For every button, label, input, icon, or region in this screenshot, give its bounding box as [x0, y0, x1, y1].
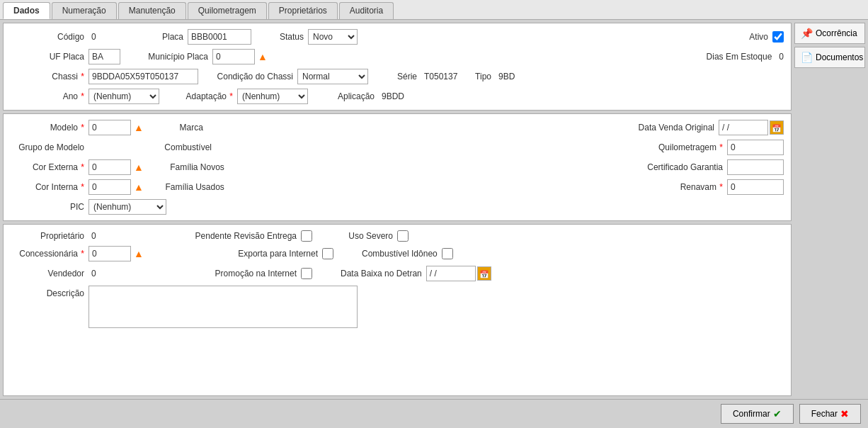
ocorrencia-label: Ocorrência — [816, 28, 857, 38]
ano-select[interactable]: (Nenhum)20202021202220232024 — [88, 89, 159, 104]
renavam-input[interactable] — [727, 179, 784, 195]
vendedor-value: 0 — [88, 269, 195, 278]
data-baixa-calendar-icon[interactable]: 📅 — [477, 266, 491, 281]
status-select[interactable]: NovoUsadoDemonstração — [308, 29, 358, 45]
serie-value: T050137 — [421, 72, 471, 81]
municipio-placa-arrow[interactable]: ▲ — [258, 51, 268, 62]
vendedor-label: Vendedor — [11, 269, 88, 278]
ano-required: * — [81, 91, 84, 101]
cor-interna-label: Cor Interna * — [11, 182, 88, 192]
familia-novos-label: Família Novos — [165, 162, 229, 172]
pendente-revisao-checkbox[interactable] — [301, 230, 312, 242]
tabs-bar: Dados Numeração Manutenção Quilometragem… — [0, 0, 868, 20]
tab-quilometragem[interactable]: Quilometragem — [188, 2, 267, 19]
data-baixa-detran-input[interactable] — [426, 266, 476, 281]
ano-label: Ano * — [11, 91, 88, 101]
pin-icon: 📌 — [801, 28, 813, 39]
dias-estoque-label: Dias Em Estoque — [698, 52, 776, 62]
concessionaria-input[interactable] — [88, 246, 131, 261]
condicao-chassi-label: Condição do Chassi — [212, 72, 297, 81]
modelo-arrow[interactable]: ▲ — [134, 122, 144, 133]
adaptacao-select[interactable]: (Nenhum)SimNão — [237, 89, 308, 104]
modelo-input[interactable] — [88, 120, 131, 135]
modelo-label: Modelo * — [11, 123, 88, 133]
content-area: Código 0 Placa Status NovoUsadoDemonstra… — [0, 20, 868, 399]
promocao-internet-checkbox[interactable] — [301, 268, 312, 279]
right-panel: 📌 Ocorrência 📄 Documentos — [794, 23, 865, 396]
bottom-bar: Confirmar ✔ Fechar ✖ — [0, 399, 868, 428]
certificado-garantia-input[interactable] — [727, 159, 784, 175]
promocao-internet-label: Promoção na Internet — [195, 269, 301, 278]
tab-manutencao[interactable]: Manutenção — [118, 2, 186, 19]
data-baixa-detran-label: Data Baixa no Detran — [341, 269, 426, 278]
tipo-label: Tipo — [471, 72, 496, 81]
section-proprietario: Proprietário 0 Pendente Revisão Entrega … — [3, 224, 792, 396]
quilometragem-label: Quilometragem * — [649, 142, 727, 152]
uso-severo-label: Uso Severo — [341, 231, 397, 241]
close-x-icon: ✖ — [840, 408, 849, 419]
concessionaria-label: Concessionária * — [11, 249, 88, 259]
descricao-label: Descrição — [11, 286, 88, 298]
form-panel: Código 0 Placa Status NovoUsadoDemonstra… — [3, 23, 792, 396]
pic-select[interactable]: (Nenhum)Opção 1Opção 2 — [88, 199, 166, 215]
quilometragem-input[interactable] — [727, 140, 784, 155]
tipo-value: 9BD — [496, 72, 515, 81]
proprietario-label: Proprietário — [11, 231, 88, 241]
municipio-placa-input[interactable] — [212, 49, 255, 64]
placa-label: Placa — [145, 32, 188, 42]
tab-proprietarios[interactable]: Proprietários — [268, 2, 338, 19]
confirmar-label: Confirmar — [733, 409, 770, 419]
marca-label: Marca — [165, 123, 207, 133]
exporta-internet-label: Exporta para Internet — [216, 249, 322, 259]
placa-input[interactable] — [188, 29, 251, 45]
fechar-label: Fechar — [811, 409, 838, 419]
aplicacao-label: Aplicação — [329, 91, 379, 101]
cor-interna-input[interactable] — [88, 179, 131, 195]
confirmar-button[interactable]: Confirmar ✔ — [721, 404, 794, 424]
fechar-button[interactable]: Fechar ✖ — [799, 404, 861, 424]
tab-numeracao[interactable]: Numeração — [52, 2, 117, 19]
data-venda-label: Data Venda Original — [634, 123, 719, 133]
adaptacao-label: Adaptação * — [181, 91, 237, 101]
data-venda-calendar-icon[interactable]: 📅 — [770, 120, 784, 135]
adaptacao-required: * — [229, 91, 233, 101]
data-venda-input[interactable] — [719, 120, 768, 135]
section-modelo: Modelo * ▲ Marca Data Venda Original 📅 — [3, 113, 792, 221]
concessionaria-arrow[interactable]: ▲ — [134, 248, 144, 259]
cor-externa-arrow[interactable]: ▲ — [134, 162, 144, 173]
certificado-garantia-label: Certificado Garantia — [635, 162, 727, 172]
cor-externa-input[interactable] — [88, 159, 131, 175]
documentos-button[interactable]: 📄 Documentos — [794, 47, 865, 68]
renavam-label: Renavam * — [670, 182, 727, 192]
ocorrencia-button[interactable]: 📌 Ocorrência — [794, 23, 865, 44]
cor-interna-arrow[interactable]: ▲ — [134, 181, 144, 193]
familia-usados-label: Família Usados — [165, 182, 229, 192]
codigo-value: 0 — [88, 32, 145, 42]
aplicacao-value: 9BDD — [379, 91, 404, 101]
tab-auditoria[interactable]: Auditoria — [339, 2, 394, 19]
chassi-label: Chassi * — [11, 72, 88, 81]
confirm-check-icon: ✔ — [773, 408, 782, 419]
exporta-internet-checkbox[interactable] — [322, 248, 333, 259]
descricao-textarea[interactable] — [88, 286, 358, 328]
condicao-chassi-select[interactable]: NormalRemarcadoAdulterado — [297, 69, 368, 84]
uso-severo-checkbox[interactable] — [397, 230, 409, 242]
documentos-label: Documentos — [816, 52, 863, 62]
section-dados: Código 0 Placa Status NovoUsadoDemonstra… — [3, 23, 792, 111]
uf-placa-input[interactable] — [88, 49, 120, 64]
chassi-input[interactable] — [88, 69, 198, 84]
combustivel-label: Combustível — [159, 142, 216, 152]
pic-label: PIC — [11, 202, 88, 212]
grupo-modelo-label: Grupo de Modelo — [11, 142, 88, 152]
ativo-label: Ativo — [744, 32, 772, 42]
municipio-placa-label: Município Placa — [142, 52, 212, 62]
status-label: Status — [273, 32, 308, 42]
combustivel-idoneo-checkbox[interactable] — [442, 248, 453, 259]
pendente-revisao-label: Pendente Revisão Entrega — [195, 231, 301, 241]
serie-label: Série — [389, 72, 421, 81]
cor-externa-label: Cor Externa * — [11, 162, 88, 172]
dias-estoque-value: 0 — [776, 52, 784, 62]
tab-dados[interactable]: Dados — [3, 2, 50, 19]
doc-icon: 📄 — [801, 52, 813, 63]
ativo-checkbox[interactable] — [772, 31, 784, 43]
